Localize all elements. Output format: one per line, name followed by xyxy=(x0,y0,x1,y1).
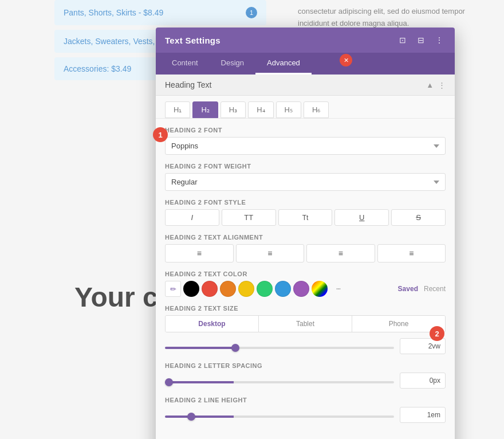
uppercase-button[interactable]: TT xyxy=(222,209,276,226)
tab-content[interactable]: Content xyxy=(160,53,210,75)
align-justify-button[interactable]: ≡ xyxy=(377,244,446,262)
font-select[interactable]: Poppins xyxy=(165,137,446,155)
tab-advanced[interactable]: Advanced xyxy=(255,53,312,75)
device-tabs: Desktop Tablet Phone xyxy=(165,315,446,332)
letter-spacing-slider[interactable] xyxy=(165,381,394,383)
modal-close-button[interactable]: ✕ xyxy=(340,54,352,66)
color-swatch-blue[interactable] xyxy=(275,281,291,297)
device-tab-desktop[interactable]: Desktop xyxy=(166,316,259,332)
more-options-icon[interactable]: ⋮ xyxy=(433,34,446,46)
section-title: Heading Text xyxy=(165,80,211,89)
text-settings-dialog: Text Settings ⊡ ⊟ ⋮ Content Design Advan… xyxy=(156,28,455,439)
letter-spacing-label: Heading 2 Letter Spacing xyxy=(165,362,446,369)
step-badge-2: 2 xyxy=(430,326,444,341)
heading-tab-h1[interactable]: H₁ xyxy=(165,101,190,118)
desktop-view-icon[interactable]: ⊡ xyxy=(396,34,409,46)
heading-tab-h6[interactable]: H₆ xyxy=(304,101,329,118)
section-menu-icon[interactable]: ⋮ xyxy=(438,81,446,89)
font-style-row: Heading 2 Font Style I TT Tt U S xyxy=(165,199,446,226)
color-tab-saved[interactable]: Saved xyxy=(398,285,418,293)
line-height-slider[interactable] xyxy=(165,416,394,418)
size-slider[interactable] xyxy=(165,347,394,349)
tab-design[interactable]: Design xyxy=(210,53,255,75)
alignment-label: Heading 2 Text Alignment xyxy=(165,234,446,241)
line-height-slider-container xyxy=(165,410,394,420)
alignment-row: Heading 2 Text Alignment ≡ ≡ ≡ ≡ xyxy=(165,234,446,262)
dialog-tabs: Content Design Advanced xyxy=(156,53,455,75)
text-size-label: Heading 2 Text Size xyxy=(165,305,446,312)
step-badge-1: 1 xyxy=(153,127,168,142)
letter-spacing-slider-container xyxy=(165,375,394,386)
font-row: Heading 2 Font Poppins xyxy=(165,127,446,155)
list-item: Pants, Shorts, Skirts - $8.49 1 xyxy=(54,0,266,25)
color-swatch-yellow[interactable] xyxy=(238,281,254,297)
size-slider-container xyxy=(165,341,394,351)
align-left-button[interactable]: ≡ xyxy=(165,244,234,262)
font-weight-select[interactable]: Regular xyxy=(165,173,446,191)
text-size-row: Heading 2 Text Size Desktop Tablet Phone xyxy=(165,305,446,354)
font-label: Heading 2 Font xyxy=(165,127,446,134)
line-height-row: Heading 2 Line Height xyxy=(165,397,446,423)
eyedropper-button[interactable]: ✏ xyxy=(165,281,181,297)
section-header: Heading Text ▲ ⋮ xyxy=(156,75,455,96)
align-center-button[interactable]: ≡ xyxy=(236,244,305,262)
letter-spacing-row: Heading 2 Letter Spacing xyxy=(165,362,446,389)
color-swatch-purple[interactable] xyxy=(293,281,309,297)
color-swatch-green[interactable] xyxy=(257,281,273,297)
size-slider-row xyxy=(165,338,446,354)
heading-tab-h4[interactable]: H₄ xyxy=(248,101,273,118)
color-swatch-red[interactable] xyxy=(202,281,218,297)
font-style-label: Heading 2 Font Style xyxy=(165,199,446,206)
alignment-buttons: ≡ ≡ ≡ ≡ xyxy=(165,244,446,262)
device-tab-tablet[interactable]: Tablet xyxy=(259,316,352,332)
color-swatch-orange[interactable] xyxy=(220,281,236,297)
heading-tab-h3[interactable]: H₃ xyxy=(220,101,246,118)
line-height-label: Heading 2 Line Height xyxy=(165,397,446,403)
color-tab-recent[interactable]: Recent xyxy=(424,285,446,293)
letter-spacing-slider-row xyxy=(165,373,446,389)
heading-tab-h5[interactable]: H₅ xyxy=(276,101,301,118)
underline-button[interactable]: U xyxy=(334,209,389,226)
color-swatch-custom[interactable] xyxy=(312,281,328,297)
italic-button[interactable]: I xyxy=(165,209,219,226)
color-tabs: Saved Recent xyxy=(398,285,446,293)
font-weight-label: Heading 2 Font Weight xyxy=(165,163,446,170)
dialog-title: Text Settings xyxy=(165,36,220,45)
color-label: Heading 2 Text Color xyxy=(165,271,446,277)
color-more-button[interactable]: ··· xyxy=(330,281,346,297)
strikethrough-button[interactable]: S xyxy=(391,209,446,226)
section-header-icons: ▲ ⋮ xyxy=(426,81,446,89)
line-height-slider-row xyxy=(165,407,446,423)
color-row: Heading 2 Text Color ✏ ··· Saved Recent xyxy=(165,271,446,297)
heading-tab-h2[interactable]: H₂ xyxy=(192,101,218,118)
align-right-button[interactable]: ≡ xyxy=(306,244,375,262)
dialog-header: Text Settings ⊡ ⊟ ⋮ xyxy=(156,28,455,53)
form-content: Heading 2 Font Poppins Heading 2 Font We… xyxy=(156,119,455,439)
header-icons: ⊡ ⊟ ⋮ xyxy=(396,34,446,46)
dialog-body: Heading Text ▲ ⋮ H₁ H₂ H₃ H₄ H₅ H₆ Headi… xyxy=(156,75,455,439)
font-weight-row: Heading 2 Font Weight Regular xyxy=(165,163,446,191)
style-buttons: I TT Tt U S xyxy=(165,209,446,226)
letter-spacing-value-input[interactable] xyxy=(400,373,446,389)
line-height-value-input[interactable] xyxy=(400,407,446,423)
capitalize-button[interactable]: Tt xyxy=(278,209,333,226)
color-swatch-black[interactable] xyxy=(183,281,199,297)
heading-tabs: H₁ H₂ H₃ H₄ H₅ H₆ xyxy=(156,96,455,119)
collapse-icon[interactable]: ▲ xyxy=(426,81,434,89)
columns-icon[interactable]: ⊟ xyxy=(415,34,427,46)
